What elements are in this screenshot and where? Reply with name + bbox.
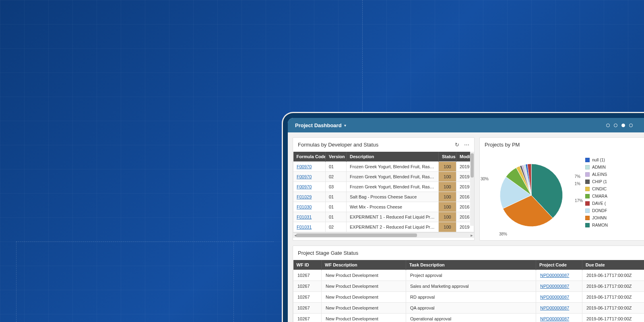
formula-code-link[interactable]: F00970 [297, 164, 312, 169]
carousel-pager[interactable] [606, 124, 633, 127]
table-row[interactable]: F0103001Wet Mix - Process Cheese1002016 [293, 202, 474, 212]
legend-item[interactable]: ALEINS [585, 172, 609, 177]
legend-item[interactable]: CHIP (1 [585, 179, 609, 184]
table-row[interactable]: 10267New Product DevelopmentQA approvalN… [293, 303, 644, 314]
app-window: Project Dashboard ▾ Formulas by Develope… [288, 118, 644, 322]
col-header[interactable]: WF Description [322, 260, 406, 270]
legend-label: DAVE ( [592, 201, 606, 206]
cell-version: 02 [326, 172, 347, 182]
legend-item[interactable]: CMARA [585, 194, 609, 198]
table-row[interactable]: 10267New Product DevelopmentOperational … [293, 314, 644, 322]
cell-description: Wet Mix - Process Cheese [347, 202, 439, 212]
cell-status: 100 [439, 162, 456, 172]
legend-label: JOHNN [592, 215, 607, 220]
card-title: Formulas by Developer and Status [298, 142, 378, 148]
cell-version: 01 [326, 212, 347, 222]
cell-wfid: 10267 [293, 270, 322, 281]
pie-legend: null (1)ADMINALEINSCHIP (1CINDICCMARADAV… [585, 155, 609, 235]
project-code-link[interactable]: NPD00000087 [540, 305, 569, 310]
legend-swatch [585, 223, 590, 227]
horizontal-scrollbar[interactable]: ◄ ► [293, 232, 474, 238]
cell-version: 01 [326, 192, 347, 202]
legend-label: null (1) [592, 157, 605, 162]
cell-status: 100 [439, 192, 456, 202]
col-header[interactable]: Formula Code [293, 152, 326, 162]
project-code-link[interactable]: NPD00000087 [540, 273, 569, 278]
cell-description: EXPERIMENT 2 - Reduced Fat Liquid Proces… [347, 222, 439, 232]
formula-code-link[interactable]: F01030 [297, 204, 312, 209]
legend-item[interactable]: CINDIC [585, 186, 609, 191]
legend-swatch [585, 172, 590, 177]
cell-version: 01 [326, 162, 347, 172]
project-code-link[interactable]: NPD00000087 [540, 284, 569, 289]
legend-item[interactable]: RAMON [585, 223, 609, 227]
col-header[interactable]: Due Date [582, 260, 644, 270]
pie-label: 1% [575, 182, 580, 186]
table-row[interactable]: 10267New Product DevelopmentSales and Ma… [293, 281, 644, 292]
cell-wfid: 10267 [293, 292, 322, 303]
legend-label: CHIP (1 [592, 179, 607, 184]
legend-item[interactable]: null (1) [585, 157, 609, 162]
col-header[interactable]: Status [439, 152, 456, 162]
cell-description: Frozen Greek Yogurt, Blended Fruit, Rasp… [347, 172, 439, 182]
legend-label: CMARA [592, 194, 607, 198]
pie-chart[interactable]: 30% 38% 17% 7% 1% [483, 155, 580, 235]
table-row[interactable]: F0097002Frozen Greek Yogurt, Blended Fru… [293, 172, 474, 182]
cell-task: RD approval [406, 292, 536, 303]
legend-item[interactable]: JOHNN [585, 215, 609, 220]
pager-dot[interactable] [614, 124, 617, 127]
cell-wfdesc: New Product Development [322, 281, 406, 292]
pager-dot[interactable] [629, 124, 633, 127]
col-header[interactable]: WF ID [293, 260, 322, 270]
col-header[interactable]: Version [326, 152, 347, 162]
cell-due: 2019-06-17T17:00:00Z [582, 292, 644, 303]
legend-label: ALEINS [592, 172, 607, 177]
pie-label: 38% [499, 232, 507, 236]
table-row[interactable]: F0097003Frozen Greek Yogurt, Blended Fru… [293, 182, 474, 192]
page-title[interactable]: Project Dashboard [295, 122, 342, 128]
table-row[interactable]: F0103101EXPERIMENT 1 - Reduced Fat Liqui… [293, 212, 474, 222]
cell-status: 100 [439, 202, 456, 212]
decorative-line [16, 242, 274, 242]
pager-dot[interactable] [606, 124, 610, 127]
col-header[interactable]: Project Code [536, 260, 582, 270]
table-row[interactable]: F0102901Salt Bag - Process Cheese Sauce1… [293, 192, 474, 202]
formula-code-link[interactable]: F00970 [297, 174, 312, 179]
formulas-table: Formula Code Version Description Status … [293, 152, 474, 232]
formula-code-link[interactable]: F01031 [297, 215, 312, 219]
cell-wfdesc: New Product Development [322, 303, 406, 314]
stage-gate-table: WF ID WF Description Task Description Pr… [293, 260, 644, 322]
legend-item[interactable]: DAVE ( [585, 201, 609, 206]
project-code-link[interactable]: NPD00000087 [540, 295, 569, 299]
table-row[interactable]: F0097001Frozen Greek Yogurt, Blended Fru… [293, 162, 474, 172]
more-icon[interactable]: ⋯ [464, 142, 469, 148]
formula-code-link[interactable]: F01031 [297, 225, 312, 229]
formula-code-link[interactable]: F01029 [297, 194, 312, 199]
col-header[interactable]: Task Description [406, 260, 536, 270]
cell-version: 02 [326, 222, 347, 232]
pager-dot-active[interactable] [621, 124, 625, 127]
legend-label: DONDF [592, 208, 607, 213]
cell-due: 2019-06-17T17:00:00Z [582, 303, 644, 314]
pie-label: 7% [575, 174, 580, 179]
decorative-line [233, 242, 234, 322]
legend-swatch [585, 194, 590, 198]
formula-code-link[interactable]: F00970 [297, 184, 312, 189]
col-header[interactable]: Description [347, 152, 439, 162]
legend-item[interactable]: DONDF [585, 208, 609, 213]
table-row[interactable]: 10267New Product DevelopmentRD approvalN… [293, 292, 644, 303]
table-row[interactable]: F0103102EXPERIMENT 2 - Reduced Fat Liqui… [293, 222, 474, 232]
device-frame: Project Dashboard ▾ Formulas by Develope… [282, 112, 644, 322]
card-stage-gate: Project Stage Gate Status WF ID WF Descr… [293, 246, 644, 322]
project-code-link[interactable]: NPD00000087 [540, 316, 569, 321]
table-row[interactable]: 10267New Product DevelopmentProject appr… [293, 270, 644, 281]
legend-label: CINDIC [592, 186, 607, 191]
cell-due: 2019-06-17T17:00:00Z [582, 314, 644, 322]
title-dropdown-icon[interactable]: ▾ [344, 123, 346, 128]
vertical-scrollbar[interactable] [470, 152, 474, 226]
legend-item[interactable]: ADMIN [585, 165, 609, 169]
scroll-right-icon[interactable]: ► [469, 233, 474, 238]
card-formulas: Formulas by Developer and Status ↻ ⋯ For… [293, 137, 475, 241]
refresh-icon[interactable]: ↻ [455, 142, 459, 148]
cell-task: Operational approval [406, 314, 536, 322]
